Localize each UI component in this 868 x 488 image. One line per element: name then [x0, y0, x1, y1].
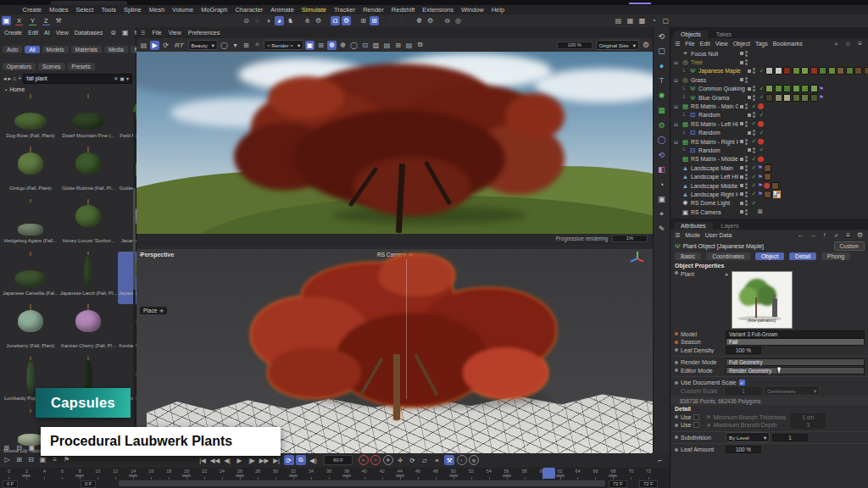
dither-icon[interactable]: ⊞	[242, 41, 251, 50]
redshift-tag-icon[interactable]	[758, 103, 764, 109]
layer-box[interactable]	[748, 131, 751, 135]
anim-dot[interactable]	[675, 415, 678, 419]
magnet-settings-icon[interactable]: ⚙	[342, 16, 351, 25]
timeline-tick[interactable]: 58	[515, 468, 533, 480]
layer-box[interactable]	[740, 52, 743, 55]
menu-volume[interactable]: Volume	[169, 6, 198, 14]
menu-spline[interactable]: Spline	[120, 6, 145, 14]
render-visibility-dot[interactable]	[745, 169, 748, 171]
joint-icon[interactable]: ⋔	[303, 16, 312, 25]
deformer-icon[interactable]: ⟲	[656, 149, 668, 160]
pass-dropdown[interactable]: Beauty▾	[188, 40, 218, 50]
visibility-dots[interactable]	[745, 191, 748, 197]
home-icon[interactable]: ⌂	[13, 75, 16, 81]
timeline-tick[interactable]: 20	[178, 468, 196, 480]
enabled-check-icon[interactable]: ✓	[758, 94, 765, 101]
timeline-tick[interactable]: 30	[267, 468, 285, 480]
region-render-icon[interactable]: ◯	[349, 41, 359, 50]
perspective-viewport[interactable]: ☰ Perspective RS Camera ▣	[136, 244, 653, 453]
material-swatch[interactable]	[765, 85, 773, 92]
timeline-tick[interactable]: 44	[391, 468, 409, 480]
next-frame-button[interactable]: |▶	[247, 455, 257, 465]
object-row[interactable]: ⌖Focus Null	[670, 49, 868, 58]
coordinate-system-icon[interactable]: ⚒	[54, 16, 64, 25]
collapse-icon[interactable]: ⊟	[674, 121, 680, 127]
render-visibility-dot[interactable]	[745, 195, 748, 197]
sound-button[interactable]: ◀)	[309, 455, 319, 465]
render-visibility-dot[interactable]	[745, 125, 748, 127]
leaf-density-field[interactable]: 100 %	[726, 347, 761, 354]
expand-arrow-icon[interactable]: ▸	[726, 271, 729, 278]
visibility-dots[interactable]	[753, 130, 755, 136]
browser-menu-view[interactable]: View	[56, 30, 69, 36]
browser-tab-auto[interactable]: Auto	[3, 46, 22, 53]
material-swatch[interactable]	[864, 67, 868, 75]
timeline-tick[interactable]: 70	[622, 468, 640, 480]
browser-menu-create[interactable]: Create	[4, 30, 22, 36]
material-swatch[interactable]	[764, 173, 771, 180]
material-swatch[interactable]	[775, 67, 782, 75]
object-row[interactable]: └⊡Random✓	[670, 111, 868, 119]
anim-dot[interactable]	[675, 271, 678, 274]
layer-box[interactable]	[740, 105, 743, 108]
timeline-tick[interactable]: 52	[462, 468, 480, 480]
plant-item[interactable]: Japanese Camellia (Fal...	[2, 252, 59, 304]
visibility-dots[interactable]	[753, 147, 755, 153]
timeline-tick[interactable]: 38	[337, 468, 355, 480]
circle-dot-icon[interactable]: ⊙	[242, 16, 251, 25]
layout-icon[interactable]: ▢	[661, 16, 670, 25]
enabled-check-icon[interactable]: ✓	[750, 191, 758, 197]
db-sync-icon[interactable]: ⊜	[108, 28, 118, 37]
layer-box[interactable]	[740, 210, 743, 214]
object-row[interactable]: ⊟◎Grass	[670, 75, 868, 84]
plant-item[interactable]: Globe Robinia (Fall, Pl...	[59, 147, 118, 199]
subdivision-mode-dropdown[interactable]: By Level▾	[726, 432, 770, 442]
half-circle-icon[interactable]: ◑	[264, 16, 273, 25]
material-swatch[interactable]	[854, 67, 862, 75]
field-icon[interactable]: ✺	[656, 90, 668, 101]
material-swatch[interactable]	[775, 94, 782, 102]
search-icon[interactable]: ⌕	[832, 39, 841, 48]
play-button[interactable]: ▶	[235, 455, 245, 465]
render-picture-viewer-icon[interactable]: ▦	[626, 16, 635, 25]
plant-item[interactable]: Juneberry (Fall, Plant)	[2, 304, 59, 357]
section-tab-coordinates[interactable]: Coordinates	[706, 252, 750, 260]
material-ball-icon[interactable]: ◔	[649, 16, 659, 25]
dimmed-icon-2[interactable]: ◌	[398, 16, 407, 25]
cube-primitive-icon[interactable]: ▢	[656, 46, 668, 57]
search-icon[interactable]: ⌕	[832, 230, 841, 240]
custom-scale-unit-dropdown[interactable]: Centimeters▾	[764, 385, 820, 396]
range-start-field[interactable]: 0 F	[3, 480, 18, 488]
use-document-scale-checkbox[interactable]: ✓	[739, 380, 745, 385]
gear-icon[interactable]: ⚙	[643, 41, 649, 49]
cloner-icon[interactable]: ▦	[656, 105, 668, 116]
timeline-tick[interactable]: 22	[196, 468, 214, 480]
render-visibility-dot[interactable]	[753, 89, 755, 92]
object-row[interactable]: ⊟▦RS Matrix - Right Hill✓	[670, 137, 868, 146]
collapse-icon[interactable]: ⊟	[674, 77, 680, 83]
search-filter-dropdown-icon[interactable]: ▾	[126, 75, 129, 81]
object-row[interactable]: └ΨBlue Grama✓⚑	[670, 93, 868, 102]
timeline-tick[interactable]: 0	[0, 468, 18, 480]
material-swatch[interactable]	[810, 67, 818, 75]
compare-ab-icon[interactable]: ▨	[371, 41, 381, 50]
generator-icon[interactable]: ⚙	[656, 119, 668, 130]
plant-item[interactable]: Kanzan Cherry (Fall, Pl...	[59, 304, 118, 357]
render-visibility-dot[interactable]	[745, 213, 748, 215]
menu-mesh[interactable]: Mesh	[145, 6, 168, 14]
render-visibility-dot[interactable]	[745, 177, 748, 180]
layer-box[interactable]	[740, 122, 743, 125]
timeline-tick[interactable]: 68	[604, 468, 622, 480]
anim-dot-keyed[interactable]	[675, 341, 678, 344]
material-swatch-selected[interactable]	[773, 191, 781, 198]
material-swatch[interactable]	[828, 67, 836, 75]
leaf-amount-field[interactable]: 100 %	[726, 446, 761, 453]
current-frame-field[interactable]: 60 F	[324, 455, 353, 465]
settings-icon[interactable]: ⚙	[855, 230, 865, 240]
menu-window[interactable]: Window	[458, 6, 488, 14]
timeline-tick[interactable]: 34	[302, 468, 320, 480]
render-visibility-dot[interactable]	[753, 115, 755, 118]
clear-search-icon[interactable]: ✕	[114, 75, 118, 81]
annotation-flag-icon[interactable]: ⚑	[758, 182, 763, 189]
menu-select[interactable]: Select	[72, 6, 97, 14]
